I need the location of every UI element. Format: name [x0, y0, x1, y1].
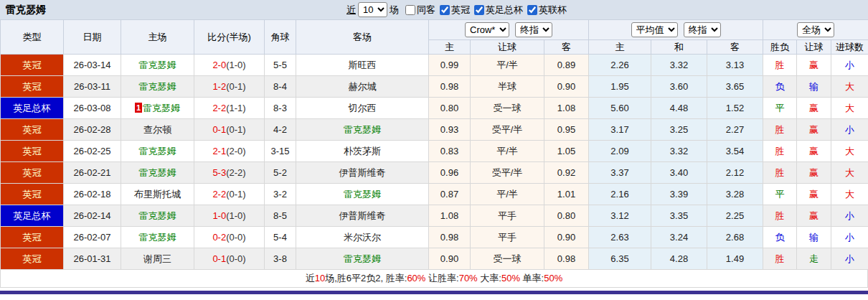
- away-team: 斯旺西: [296, 55, 429, 76]
- match-date: 26-03-14: [64, 55, 121, 76]
- avg-draw-odds: 3.32: [651, 141, 707, 162]
- score-cell: 2-1(2-0): [194, 141, 265, 162]
- handicap-result: 赢: [797, 98, 831, 119]
- score-cell: 5-3(2-2): [194, 162, 265, 184]
- match-date: 26-03-11: [64, 76, 121, 98]
- league-filter-checkbox[interactable]: [474, 5, 484, 15]
- corner-score: 4-2: [265, 119, 296, 141]
- league-type-badge: 英足总杯: [1, 205, 64, 227]
- match-row: 英冠 26-01-31 谢周三 0-1(0-0) 3-8 雷克瑟姆 0.90 受…: [1, 248, 868, 270]
- handicap-home-odds: 0.93: [429, 119, 471, 141]
- away-team: 伊普斯维奇: [296, 162, 429, 184]
- col-header-date: 日期: [64, 20, 121, 55]
- home-team: 雷克瑟姆: [121, 141, 194, 162]
- avg-away-odds: 2.68: [707, 227, 763, 248]
- league-filter-checkbox[interactable]: [440, 5, 450, 15]
- league-filter[interactable]: 同客: [405, 4, 435, 17]
- home-team: 雷克瑟姆: [121, 76, 194, 98]
- handicap-home-odds: 0.99: [429, 55, 471, 76]
- company-select[interactable]: Crow*: [465, 22, 509, 37]
- col-header-away: 客场: [296, 20, 429, 55]
- average-select[interactable]: 平均值: [631, 22, 678, 37]
- subcol-header-avg-draw: 和: [651, 40, 707, 55]
- league-filter[interactable]: 英足总杯: [474, 4, 523, 17]
- league-filter-label: 同客: [417, 4, 435, 17]
- match-row: 英足总杯 26-03-08 1雷克瑟姆 2-2(1-1) 8-3 切尔西 0.8…: [1, 98, 868, 119]
- league-filter[interactable]: 英冠: [440, 4, 470, 17]
- handicap-away-odds: 0.98: [544, 248, 589, 270]
- outcome-result: 胜: [763, 248, 797, 270]
- recent-count-select[interactable]: 10: [358, 2, 387, 17]
- handicap-line: 平手: [471, 205, 544, 227]
- handicap-home-odds: 0.80: [429, 98, 471, 119]
- corner-score: 5-5: [265, 55, 296, 76]
- subcol-header-handicap-home: 主: [429, 40, 471, 55]
- handicap-result: 输: [797, 227, 831, 248]
- handicap-line: 受平/半: [471, 162, 544, 184]
- handicap-result: 赢: [797, 184, 831, 205]
- recent-link[interactable]: 近: [346, 4, 356, 17]
- goals-result: 小: [831, 205, 868, 227]
- subcol-header-handicap-result: 让球: [797, 40, 831, 55]
- goals-result: 大: [831, 141, 868, 162]
- league-filter-label: 英足总杯: [486, 4, 523, 17]
- corner-score: 8-3: [265, 98, 296, 119]
- company-period-select[interactable]: 终指: [515, 22, 552, 37]
- avg-home-odds: 2.09: [589, 141, 651, 162]
- avg-away-odds: 1.52: [707, 98, 763, 119]
- handicap-result: 赢: [797, 205, 831, 227]
- avg-away-odds: 3.65: [707, 76, 763, 98]
- subcol-header-outcome: 胜负: [763, 40, 797, 55]
- away-team: 雷克瑟姆: [296, 119, 429, 141]
- league-type-badge: 英冠: [1, 162, 64, 184]
- home-team: 1雷克瑟姆: [121, 98, 194, 119]
- home-team: 雷克瑟姆: [121, 205, 194, 227]
- match-row: 英冠 26-03-14 雷克瑟姆 2-0(1-0) 5-5 斯旺西 0.99 平…: [1, 55, 868, 76]
- avg-draw-odds: 3.60: [651, 76, 707, 98]
- away-team: 切尔西: [296, 98, 429, 119]
- handicap-away-odds: 0.90: [544, 227, 589, 248]
- handicap-home-odds: 0.87: [429, 184, 471, 205]
- league-filter-checkbox[interactable]: [405, 5, 415, 15]
- handicap-home-odds: 0.90: [429, 248, 471, 270]
- match-rows: 英冠 26-03-14 雷克瑟姆 2-0(1-0) 5-5 斯旺西 0.99 平…: [1, 55, 868, 270]
- handicap-away-odds: 1.05: [544, 141, 589, 162]
- average-period-select[interactable]: 终指: [684, 22, 721, 37]
- avg-away-odds: 2.12: [707, 162, 763, 184]
- avg-draw-odds: 3.32: [651, 55, 707, 76]
- league-type-badge: 英足总杯: [1, 98, 64, 119]
- handicap-away-odds: 0.90: [544, 76, 589, 98]
- avg-away-odds: 3.54: [707, 141, 763, 162]
- match-date: 26-03-08: [64, 98, 121, 119]
- league-filter-label: 英联杯: [539, 4, 567, 17]
- handicap-home-odds: 0.98: [429, 76, 471, 98]
- away-team: 雷克瑟姆: [296, 248, 429, 270]
- league-filter-checkbox[interactable]: [527, 5, 537, 15]
- league-type-badge: 英冠: [1, 184, 64, 205]
- subcol-header-avg-home: 主: [589, 40, 651, 55]
- avg-home-odds: 3.17: [589, 119, 651, 141]
- match-date: 26-02-28: [64, 119, 121, 141]
- score-cell: 2-2(1-1): [194, 98, 265, 119]
- match-date: 26-01-31: [64, 248, 121, 270]
- corner-score: 8-5: [265, 205, 296, 227]
- handicap-line: 平/半: [471, 55, 544, 76]
- league-filter[interactable]: 英联杯: [527, 4, 567, 17]
- corner-score: 5-2: [265, 162, 296, 184]
- scope-select[interactable]: 全场: [797, 22, 834, 37]
- home-team: 雷克瑟姆: [121, 227, 194, 248]
- avg-away-odds: 3.13: [707, 55, 763, 76]
- matches-suffix-label: 场: [390, 4, 399, 17]
- away-team: 米尔沃尔: [296, 227, 429, 248]
- avg-home-odds: 3.12: [589, 205, 651, 227]
- corner-score: 8-4: [265, 76, 296, 98]
- page-title: 雷克瑟姆: [6, 4, 46, 17]
- outcome-result: 胜: [763, 162, 797, 184]
- match-history-table: 类型 日期 主场 比分(半场) 角球 客场 Crow* 终指 平均值 终指 全场: [0, 19, 868, 270]
- col-header-type: 类型: [1, 20, 64, 55]
- match-row: 英足总杯 26-02-14 雷克瑟姆 1-0(1-0) 8-5 伊普斯维奇 1.…: [1, 205, 868, 227]
- home-team: 谢周三: [121, 248, 194, 270]
- avg-home-odds: 5.60: [589, 98, 651, 119]
- score-cell: 0-1(0-0): [194, 248, 265, 270]
- handicap-group-header: Crow* 终指: [429, 20, 589, 40]
